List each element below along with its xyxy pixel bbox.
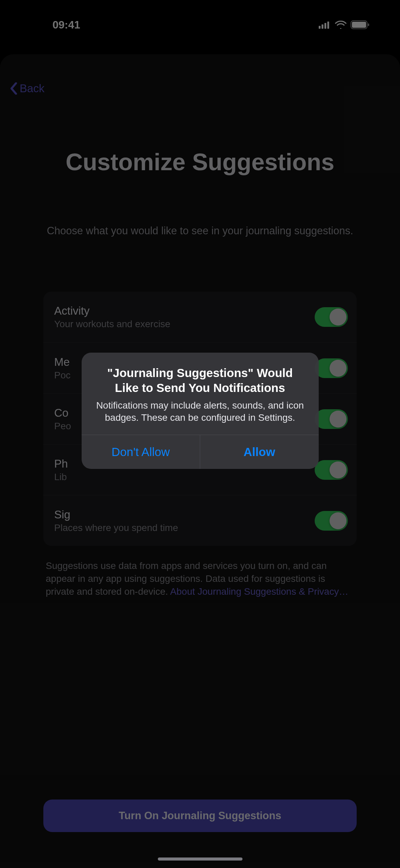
- home-indicator[interactable]: [158, 857, 243, 861]
- alert-buttons: Don't Allow Allow: [82, 435, 319, 469]
- notification-permission-alert: "Journaling Suggestions" Would Like to S…: [82, 353, 319, 469]
- alert-body: "Journaling Suggestions" Would Like to S…: [82, 353, 319, 435]
- allow-button[interactable]: Allow: [200, 435, 319, 469]
- alert-message: Notifications may include alerts, sounds…: [95, 399, 305, 424]
- phone-screen: 09:41: [0, 0, 400, 868]
- dont-allow-button[interactable]: Don't Allow: [82, 435, 200, 469]
- alert-title: "Journaling Suggestions" Would Like to S…: [95, 366, 305, 395]
